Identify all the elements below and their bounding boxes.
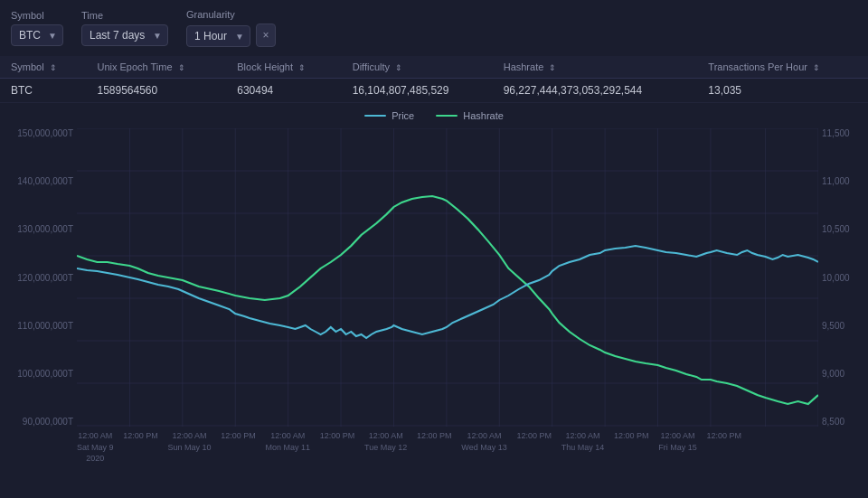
hashrate-line xyxy=(77,196,818,404)
y-right-label-4: 9,500 xyxy=(822,321,864,331)
symbol-control: Symbol BTC ▼ xyxy=(11,10,63,46)
y-left-label-5: 100,000,000T xyxy=(4,369,73,379)
cell-symbol: BTC xyxy=(0,79,86,103)
y-axis-left-title: Hashrate xyxy=(0,259,1,296)
x-label-13: 12:00 PM xyxy=(706,430,741,465)
x-label-3: 12:00 PM xyxy=(221,430,256,465)
cell-tph: 13,035 xyxy=(697,79,868,103)
y-right-label-1: 11,000 xyxy=(822,176,864,186)
symbol-select-wrapper: BTC ▼ xyxy=(11,24,63,46)
col-epoch[interactable]: Unix Epoch Time ⇕ xyxy=(86,56,226,79)
y-right-label-5: 9,000 xyxy=(822,369,864,379)
difficulty-sort-icon: ⇕ xyxy=(395,63,402,72)
epoch-sort-icon: ⇕ xyxy=(178,63,185,72)
granularity-close-button[interactable]: × xyxy=(256,23,276,47)
granularity-control: Granularity 1 Hour ▼ × xyxy=(186,9,276,47)
chart-area: 150,000,000T 140,000,000T 130,000,000T 1… xyxy=(0,128,868,427)
granularity-select-wrapper: 1 Hour ▼ xyxy=(186,25,250,47)
table-header-row: Symbol ⇕ Unix Epoch Time ⇕ Block Height … xyxy=(0,56,868,79)
x-label-10: 12:00 AMThu May 14 xyxy=(561,430,605,465)
x-label-4: 12:00 AMMon May 11 xyxy=(266,430,311,465)
price-line xyxy=(77,246,818,338)
y-left-label-0: 150,000,000T xyxy=(4,128,73,138)
table-row: BTC 1589564560 630494 16,104,807,485,529… xyxy=(0,79,868,103)
x-label-7: 12:00 PM xyxy=(417,430,452,465)
col-tph[interactable]: Transactions Per Hour ⇕ xyxy=(697,56,868,79)
hashrate-legend-label: Hashrate xyxy=(463,110,504,121)
granularity-select[interactable]: 1 Hour xyxy=(186,25,250,47)
x-label-2: 12:00 AMSun May 10 xyxy=(168,430,212,465)
col-block[interactable]: Block Height ⇕ xyxy=(226,56,341,79)
legend-hashrate: Hashrate xyxy=(436,110,504,121)
x-label-12: 12:00 AMFri May 15 xyxy=(658,430,697,465)
y-left-label-1: 140,000,000T xyxy=(4,176,73,186)
cell-hashrate: 96,227,444,373,053,292,544 xyxy=(493,79,698,103)
y-right-label-2: 10,500 xyxy=(822,224,864,234)
symbol-label: Symbol xyxy=(11,10,63,21)
chart-svg xyxy=(77,128,818,427)
data-table: Symbol ⇕ Unix Epoch Time ⇕ Block Height … xyxy=(0,56,868,103)
symbol-sort-icon: ⇕ xyxy=(50,63,57,72)
cell-difficulty: 16,104,807,485,529 xyxy=(342,79,493,103)
y-right-label-0: 11,500 xyxy=(822,128,864,138)
y-left-label-3: 120,000,000T xyxy=(4,273,73,283)
x-label-6: 12:00 AMTue May 12 xyxy=(364,430,407,465)
y-left-label-2: 130,000,000T xyxy=(4,224,73,234)
x-label-9: 12:00 PM xyxy=(516,430,552,465)
chart-container: Price Hashrate 150,000,000T 140,000,000T… xyxy=(0,103,868,456)
x-label-1: 12:00 PM xyxy=(123,430,158,465)
chart-legend: Price Hashrate xyxy=(0,110,868,121)
y-axis-left: 150,000,000T 140,000,000T 130,000,000T 1… xyxy=(0,128,77,427)
block-sort-icon: ⇕ xyxy=(298,63,306,72)
hashrate-legend-dot xyxy=(436,115,458,117)
time-select[interactable]: Last 7 days xyxy=(81,24,168,46)
col-difficulty[interactable]: Difficulty ⇕ xyxy=(342,56,493,79)
y-left-label-4: 110,000,000T xyxy=(4,321,73,331)
hashrate-sort-icon: ⇕ xyxy=(549,63,556,72)
x-axis: 12:00 AMSat May 92020 12:00 PM 12:00 AMS… xyxy=(0,427,818,465)
legend-price: Price xyxy=(364,110,414,121)
time-control: Time Last 7 days ▼ xyxy=(81,10,168,46)
price-legend-dot xyxy=(364,115,386,117)
time-label: Time xyxy=(81,10,168,21)
cell-block: 630494 xyxy=(226,79,341,103)
y-right-label-6: 8,500 xyxy=(822,417,864,427)
col-hashrate[interactable]: Hashrate ⇕ xyxy=(493,56,698,79)
top-bar: Symbol BTC ▼ Time Last 7 days ▼ Granular… xyxy=(0,0,868,56)
x-label-5: 12:00 PM xyxy=(320,430,355,465)
price-legend-label: Price xyxy=(392,110,414,121)
time-select-wrapper: Last 7 days ▼ xyxy=(81,24,168,46)
x-label-8: 12:00 AMWed May 13 xyxy=(461,430,506,465)
granularity-wrapper: 1 Hour ▼ × xyxy=(186,23,276,47)
y-right-label-3: 10,000 xyxy=(822,273,864,283)
symbol-select[interactable]: BTC xyxy=(11,24,63,46)
y-left-label-6: 90,000,000T xyxy=(4,417,73,427)
x-label-11: 12:00 PM xyxy=(614,430,649,465)
col-symbol[interactable]: Symbol ⇕ xyxy=(0,56,86,79)
cell-epoch: 1589564560 xyxy=(86,79,226,103)
granularity-label: Granularity xyxy=(186,9,276,20)
y-axis-right: 11,500 11,000 10,500 10,000 9,500 9,000 … xyxy=(818,128,868,427)
x-label-0: 12:00 AMSat May 92020 xyxy=(77,430,114,465)
tph-sort-icon: ⇕ xyxy=(813,63,820,72)
